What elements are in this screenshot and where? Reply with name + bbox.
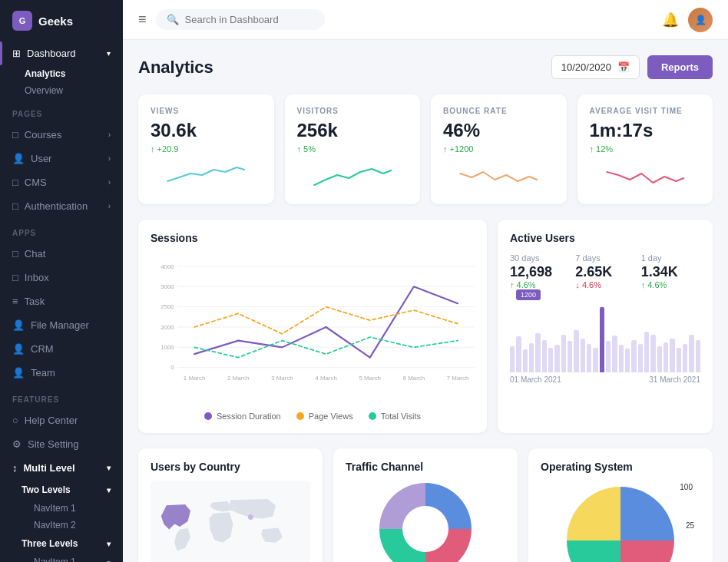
os-card: Operating System 100 25 — [528, 448, 713, 562]
sidebar-section-features: FEATURES — [0, 385, 123, 408]
sidebar-section-apps: APPS — [0, 218, 123, 242]
bar-chart-container — [510, 303, 700, 372]
svg-text:4000: 4000 — [160, 263, 174, 270]
page-title: Analytics — [138, 58, 213, 78]
sidebar-item-filemanager[interactable]: 👤File Manager — [0, 313, 123, 337]
chevron-icon: ▾ — [107, 49, 111, 58]
stat-card-views: VIEWS 30.6k ↑ +20.9 — [138, 94, 274, 204]
au-stats-row: 30 days 12,698 ↑ 4.6% 7 days 2.65K ↓ 4.6… — [510, 253, 700, 289]
sidebar-item-authentication[interactable]: □ Authentication › — [0, 194, 123, 218]
au-change: ↑ 4.6% — [510, 280, 569, 289]
date-start: 01 March 2021 — [510, 375, 561, 384]
bar-mini — [593, 348, 597, 372]
sidebar-item-team[interactable]: 👤Team — [0, 361, 123, 385]
hamburger-icon[interactable]: ≡ — [138, 12, 147, 28]
date-picker[interactable]: 10/20/2020 📅 — [551, 55, 640, 79]
sidebar-label: Inbox — [25, 272, 49, 283]
chevron-down-icon: ▾ — [107, 558, 111, 563]
sidebar-logo[interactable]: G Geeks — [0, 0, 123, 41]
au-stat-30d: 30 days 12,698 ↑ 4.6% — [510, 253, 569, 289]
stat-change: ↑ +1200 — [443, 144, 554, 154]
auth-icon: □ — [12, 200, 18, 212]
sidebar-label: Team — [31, 367, 55, 379]
bottom-row: Users by Country — [138, 448, 713, 562]
donut-wrap — [346, 479, 505, 562]
sidebar-sub-overview[interactable]: Overview — [0, 82, 123, 99]
topbar: ≡ 🔍 🔔 👤 — [123, 0, 728, 40]
sidebar-label: Chat — [25, 248, 45, 260]
setting-icon: ⚙ — [12, 438, 22, 450]
chevron-right-icon: › — [108, 131, 111, 139]
stat-label: BOUNCE RATE — [443, 107, 554, 115]
sidebar-item-inbox[interactable]: □Inbox — [0, 266, 123, 289]
bar-mini — [677, 348, 681, 372]
sidebar-label: CMS — [25, 177, 47, 188]
stat-label: VIEWS — [151, 107, 262, 115]
stat-card-bounce: BOUNCE RATE 46% ↑ +1200 — [431, 94, 567, 204]
search-box[interactable]: 🔍 — [156, 9, 325, 30]
sidebar-label: CRM — [31, 343, 54, 355]
traffic-card: Traffic Channel — [333, 448, 518, 562]
stat-change: ↑ 12% — [590, 144, 701, 154]
sidebar-item-courses[interactable]: □ Courses › — [0, 123, 123, 147]
logo-icon: G — [12, 11, 32, 31]
active-users-title: Active Users — [510, 232, 700, 244]
pie-wrap: 100 25 — [541, 479, 700, 562]
bar-mini — [542, 340, 547, 373]
svg-text:7 March: 7 March — [447, 375, 469, 382]
sidebar-item-navitem1-three[interactable]: NavItem 1 ▾ — [0, 554, 123, 562]
stat-sparkline-visittime — [590, 158, 701, 189]
svg-text:5 March: 5 March — [359, 375, 381, 382]
sidebar-item-chat[interactable]: □Chat — [0, 242, 123, 266]
bar-mini — [535, 333, 540, 372]
sidebar-item-multilevel[interactable]: ↕ Multi Level ▾ — [0, 456, 123, 480]
sidebar: G Geeks ⊞ Dashboard ▾ Analytics Overview… — [0, 0, 123, 562]
sidebar-label: Courses — [25, 129, 61, 140]
sidebar-item-dashboard[interactable]: ⊞ Dashboard ▾ — [0, 41, 123, 65]
bar-mini — [638, 344, 643, 372]
date-end: 31 March 2021 — [649, 375, 700, 384]
avatar[interactable]: 👤 — [688, 8, 713, 32]
chevron-down-icon: ▾ — [107, 540, 111, 548]
world-map — [151, 481, 310, 562]
sidebar-item-helpcenter[interactable]: ○Help Center — [0, 408, 123, 432]
sidebar-label: Task — [25, 296, 45, 307]
dashboard-icon: ⊞ — [12, 48, 21, 59]
notification-bell[interactable]: 🔔 — [662, 12, 679, 28]
sidebar-item-crm[interactable]: 👤CRM — [0, 337, 123, 361]
content-area: Analytics 10/20/2020 📅 Reports VIEWS 30.… — [123, 40, 728, 562]
bar-mini — [574, 330, 578, 372]
sidebar-label: Authentication — [25, 200, 88, 212]
sidebar-item-twolevels[interactable]: Two Levels ▾ — [0, 480, 123, 500]
sidebar-item-navitem2[interactable]: NavItem 2 — [0, 517, 123, 534]
bar-mini — [516, 336, 521, 372]
sidebar-item-user[interactable]: 👤 User › — [0, 147, 123, 170]
sidebar-sub-analytics[interactable]: Analytics — [0, 65, 123, 82]
sidebar-item-task[interactable]: ≡Task — [0, 289, 123, 313]
sidebar-label: File Manager — [31, 319, 89, 331]
sidebar-item-threelevels[interactable]: Three Levels ▾ — [0, 534, 123, 554]
reports-button[interactable]: Reports — [647, 55, 713, 79]
bar-mini — [600, 307, 604, 372]
bar-mini — [644, 332, 649, 372]
bar-mini — [631, 340, 636, 373]
main-area: ≡ 🔍 🔔 👤 Analytics 10/20/2020 📅 Reports — [123, 0, 728, 562]
task-icon: ≡ — [12, 296, 18, 307]
sidebar-item-sitesetting[interactable]: ⚙Site Setting — [0, 432, 123, 456]
sidebar-item-navitem1[interactable]: NavItem 1 — [0, 500, 123, 517]
sessions-chart: 4000 3000 2500 2000 1000 0 1 March 2 Mar… — [151, 250, 475, 404]
bar-mini — [625, 349, 630, 372]
stat-change: ↑ 5% — [297, 144, 409, 154]
stat-card-visittime: AVERAGE VISIT TIME 1m:17s ↑ 12% — [577, 94, 713, 204]
bar-mini — [606, 341, 611, 372]
legend-item-pageviews: Page Views — [296, 412, 353, 421]
sidebar-active-bar — [0, 41, 2, 65]
svg-text:1 March: 1 March — [184, 375, 206, 382]
sidebar-item-cms[interactable]: □ CMS › — [0, 170, 123, 194]
chevron-right-icon: › — [108, 154, 111, 163]
stat-change: ↑ +20.9 — [151, 144, 262, 154]
search-input[interactable] — [185, 14, 314, 25]
sessions-card: Sessions 4000 3000 2500 2000 1000 0 — [138, 220, 487, 433]
bar-mini — [548, 348, 553, 372]
pie-label-25: 25 — [686, 521, 694, 530]
